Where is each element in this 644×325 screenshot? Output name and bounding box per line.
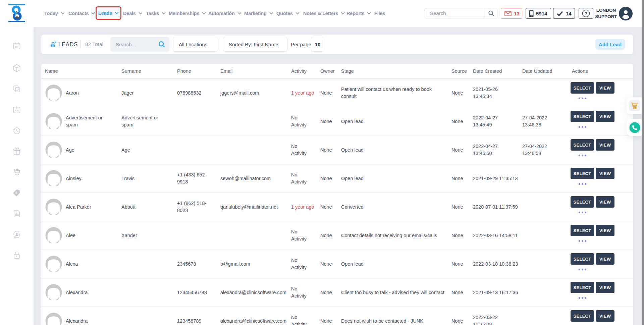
svg-text:12: 12 bbox=[15, 46, 18, 49]
svg-text:?: ? bbox=[585, 11, 587, 16]
